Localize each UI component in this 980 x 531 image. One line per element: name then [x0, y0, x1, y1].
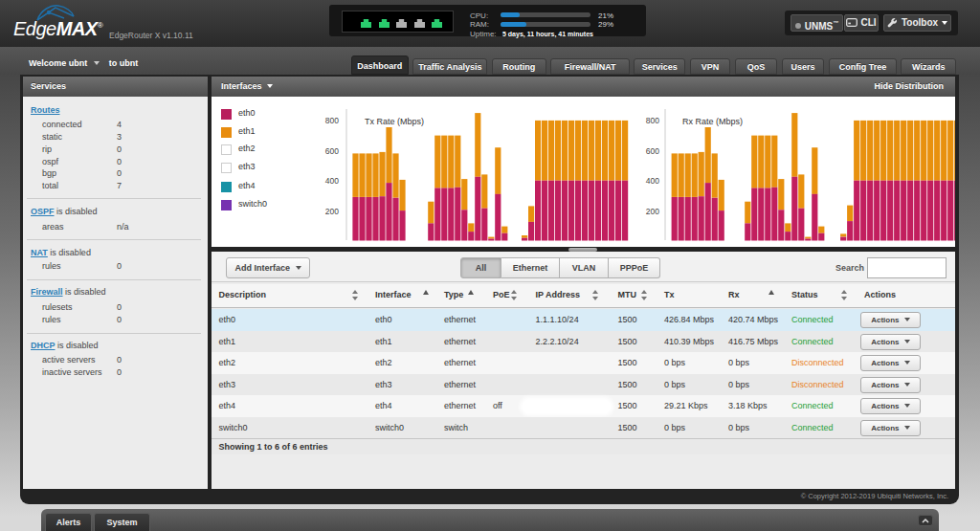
- svg-text:800: 800: [325, 116, 339, 125]
- svg-text:800: 800: [646, 116, 659, 125]
- svg-text:200: 200: [646, 207, 659, 216]
- svg-text:400: 400: [325, 176, 339, 186]
- svg-text:600: 600: [646, 146, 659, 156]
- svg-text:600: 600: [325, 146, 339, 156]
- svg-text:Rx Rate (Mbps): Rx Rate (Mbps): [682, 117, 743, 126]
- svg-text:200: 200: [325, 207, 339, 216]
- svg-text:Tx Rate (Mbps): Tx Rate (Mbps): [365, 117, 424, 126]
- svg-text:400: 400: [646, 176, 659, 186]
